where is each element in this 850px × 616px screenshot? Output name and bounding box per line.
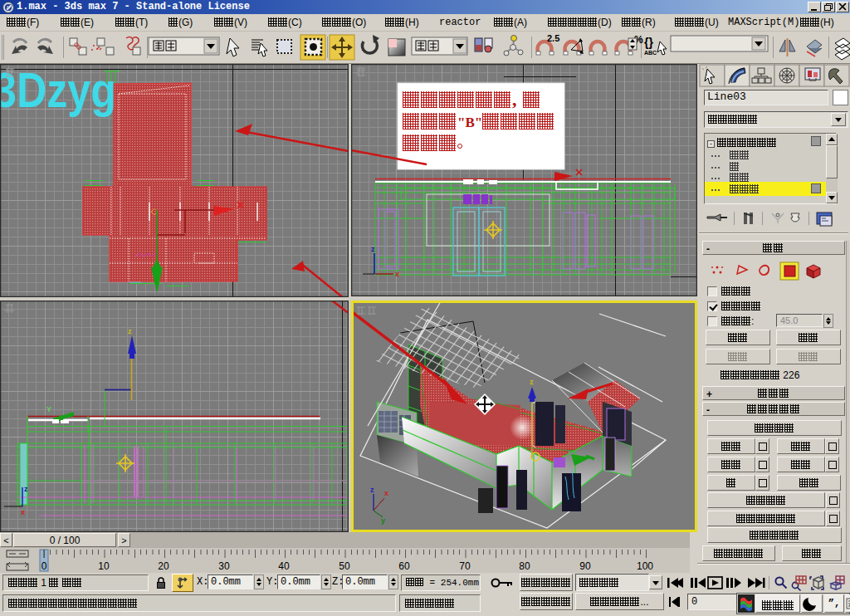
svg-text:70: 70 <box>459 560 471 572</box>
svg-text:z: z <box>370 486 374 494</box>
svg-text:z: z <box>371 245 375 253</box>
svg-text:90: 90 <box>579 560 591 572</box>
svg-text:z: z <box>530 378 534 386</box>
svg-text:x: x <box>395 270 399 278</box>
svg-text:10: 10 <box>98 560 110 572</box>
svg-text:60: 60 <box>398 560 410 572</box>
svg-text:z: z <box>128 327 132 335</box>
svg-text:100: 100 <box>637 560 653 572</box>
svg-text:x: x <box>384 489 388 497</box>
svg-text:{}: {} <box>644 36 653 49</box>
svg-text:x: x <box>21 508 25 516</box>
svg-text:z: z <box>24 485 28 493</box>
svg-text:50: 50 <box>339 560 350 572</box>
svg-text:0: 0 <box>42 560 47 572</box>
svg-text:30: 30 <box>218 560 230 572</box>
svg-text:80: 80 <box>519 560 530 572</box>
svg-text:Y: Y <box>46 405 51 413</box>
svg-text:2.5: 2.5 <box>547 33 559 43</box>
svg-text:3Dzyg: 3Dzyg <box>0 64 116 118</box>
svg-text:20: 20 <box>158 560 169 572</box>
svg-text:40: 40 <box>278 560 290 572</box>
svg-text:ABC: ABC <box>644 50 657 56</box>
svg-text:y: y <box>381 516 385 525</box>
